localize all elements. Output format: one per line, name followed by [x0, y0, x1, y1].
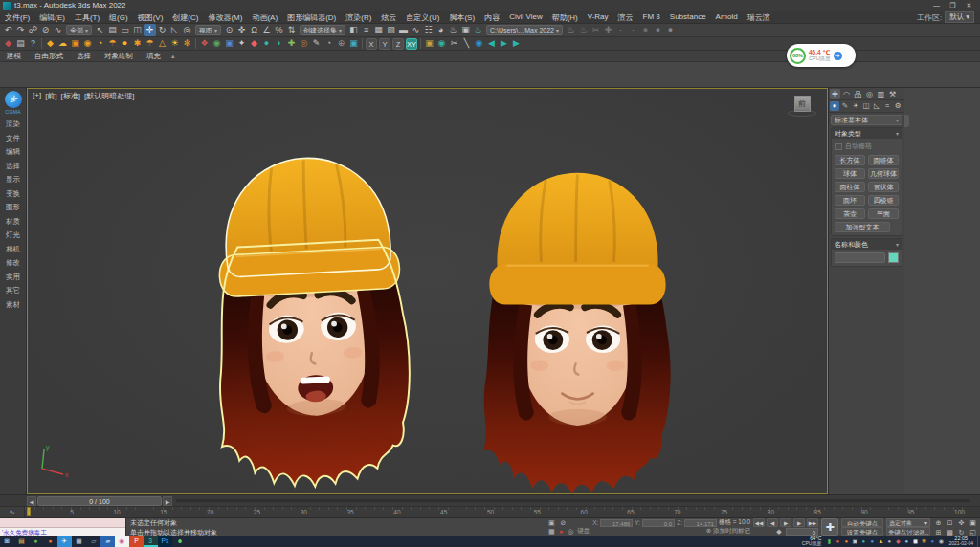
select-object-icon[interactable]: ↖: [94, 24, 106, 36]
primitive-button[interactable]: 管状体: [868, 182, 899, 192]
ribbon-toggle-icon[interactable]: ▬: [397, 24, 410, 36]
dock-item[interactable]: 实用: [6, 271, 20, 285]
primitive-button[interactable]: 四棱锥: [868, 195, 899, 206]
menu-item[interactable]: 修改器(M): [203, 12, 247, 23]
dock-item[interactable]: 材质: [6, 215, 20, 230]
layer-manager-icon[interactable]: ▦: [372, 24, 385, 36]
character-head-right[interactable]: [483, 173, 671, 494]
object-type-rollout-header[interactable]: 对象类型▾: [832, 128, 902, 139]
tray-icon-red[interactable]: ●: [834, 536, 841, 547]
schematic-view-icon[interactable]: ☷: [422, 24, 434, 36]
plugin-shield-icon[interactable]: ◆: [44, 37, 56, 50]
taskbar-explorer-icon[interactable]: ▤: [14, 536, 29, 547]
menu-item[interactable]: 创建(C): [167, 12, 203, 23]
tray-icon-battery[interactable]: ▮: [825, 536, 833, 547]
z-coordinate-field[interactable]: 14.171: [684, 519, 717, 527]
minimize-button[interactable]: —: [928, 2, 945, 10]
axis-x-button[interactable]: X: [366, 38, 377, 50]
menu-item[interactable]: Substance: [665, 12, 711, 23]
textplus-button[interactable]: 加强型文本: [835, 222, 890, 232]
taskbar-3dsmax-icon[interactable]: 3: [144, 536, 158, 547]
set-keys-button[interactable]: ✚: [821, 518, 838, 536]
menu-item[interactable]: 炫云: [376, 12, 401, 23]
listener-output-row[interactable]: '永久免费病毒工: [0, 528, 125, 536]
plugin-teal-dot-icon[interactable]: ◉: [435, 37, 448, 50]
plugin-teal-half-icon[interactable]: ◗: [273, 37, 285, 50]
dock-item[interactable]: 显示: [6, 173, 20, 187]
plugin-sun-icon[interactable]: ☀: [168, 37, 181, 50]
angle-snap-icon[interactable]: ∠: [260, 24, 273, 36]
zoom-icon[interactable]: ⊕: [933, 518, 944, 527]
menu-item[interactable]: 工具(T): [70, 12, 104, 23]
set-key-button[interactable]: 设置关键点: [841, 527, 883, 536]
shapes-sub[interactable]: ✎: [840, 101, 850, 111]
tray-icon-monitor[interactable]: ▣: [851, 536, 858, 547]
menu-item[interactable]: 编辑(E): [34, 12, 70, 23]
reference-coordinate-dropdown[interactable]: 视图▾: [195, 25, 221, 35]
dock-item[interactable]: 图形: [6, 201, 20, 215]
plugin-play-arrow-icon[interactable]: ▶: [498, 37, 510, 50]
viewcube-ring[interactable]: [788, 110, 816, 117]
select-move-icon[interactable]: ✛: [144, 24, 156, 36]
ribbon-collapse-icon[interactable]: ▴: [171, 53, 175, 60]
name-color-rollout-header[interactable]: 名称和颜色▾: [832, 239, 902, 250]
primitive-button[interactable]: 几何球体: [868, 168, 899, 179]
rendered-frame-icon[interactable]: ▣: [459, 24, 472, 36]
plugin-cloud-icon[interactable]: ☁: [56, 37, 69, 50]
prev-frame-button[interactable]: ◀: [767, 518, 778, 527]
percent-snap-icon[interactable]: %: [273, 24, 285, 36]
menu-item[interactable]: V-Ray: [583, 12, 613, 23]
primitive-button[interactable]: 圆环: [835, 195, 865, 206]
plugin-chest-icon[interactable]: ▣: [423, 37, 435, 50]
taskbar-powerpoint-icon[interactable]: P: [129, 536, 144, 547]
plugin-target-icon[interactable]: ⊕: [335, 37, 347, 50]
spinner-snap-icon[interactable]: ⇅: [285, 24, 298, 36]
taskbar-telegram-icon[interactable]: ✈: [57, 536, 72, 547]
taskbar-photos-icon[interactable]: ▰: [100, 536, 115, 547]
align-icon[interactable]: ≡: [360, 24, 372, 36]
primitive-button[interactable]: 长方体: [835, 155, 865, 165]
tray-icon-gray[interactable]: ●: [885, 536, 893, 547]
plugin-blue-dot-icon[interactable]: ◉: [473, 37, 485, 50]
add-time-tag-button[interactable]: ⊕ 添加时间标记: [706, 527, 750, 536]
object-name-input[interactable]: [835, 252, 885, 263]
tray-icon-teal[interactable]: ●: [859, 536, 867, 547]
menu-item[interactable]: 脚本(S): [444, 12, 479, 23]
plugin-pie-icon[interactable]: ◔: [323, 37, 335, 50]
viewport-label-menu[interactable]: [前]: [45, 91, 56, 101]
tray-icon-warn[interactable]: ▲: [877, 536, 884, 547]
dock-handle[interactable]: [904, 115, 909, 127]
lights-sub[interactable]: ☀: [851, 101, 860, 111]
play-button[interactable]: ▶: [780, 518, 791, 527]
x-coordinate-field[interactable]: 17.486: [600, 519, 633, 527]
bind-to-spacewarp-icon[interactable]: ∿: [52, 24, 64, 36]
plugin-tri-icon[interactable]: △: [156, 37, 168, 50]
plugin-drop-icon[interactable]: ◆: [248, 37, 260, 50]
dock-item[interactable]: 灯光: [6, 229, 20, 243]
use-pivot-center-icon[interactable]: ⊙: [223, 24, 235, 36]
viewport-label-menu[interactable]: [默认明暗处理]: [84, 91, 134, 101]
pan-icon[interactable]: ✜: [956, 518, 967, 527]
axis-y-button[interactable]: Y: [379, 38, 390, 50]
cameras-sub[interactable]: ◫: [861, 101, 871, 111]
plugin-clip-icon[interactable]: ◔: [94, 37, 106, 50]
object-color-swatch[interactable]: [888, 252, 899, 263]
sphere-gray-1[interactable]: ●: [639, 24, 652, 36]
render-setup-icon[interactable]: ♨: [447, 24, 459, 36]
auto-key-button[interactable]: 自动关键点: [841, 518, 883, 527]
next-frame-button[interactable]: ▶: [793, 518, 805, 527]
key-filters-button[interactable]: 关键点过滤器..: [886, 527, 930, 536]
keyboard-override-icon[interactable]: ▦: [546, 527, 556, 536]
plugin-plus-icon[interactable]: ✚: [285, 37, 298, 50]
tray-icon-skype[interactable]: ●: [902, 536, 910, 547]
utilities-tab[interactable]: ⚒: [887, 89, 898, 99]
menu-item[interactable]: Civil View: [504, 12, 547, 23]
dock-item[interactable]: 变换: [6, 187, 20, 202]
selection-filter-dropdown[interactable]: 全部▾: [66, 25, 92, 35]
dock-item[interactable]: 渲染: [6, 118, 20, 132]
tray-icon-sun[interactable]: ❋: [920, 536, 927, 547]
dot-icon-2[interactable]: ·: [627, 24, 639, 36]
taskbar-wechat-icon[interactable]: ☻: [172, 536, 187, 547]
material-editor-icon[interactable]: ◕: [434, 24, 447, 36]
rotate-icon[interactable]: ↻: [156, 24, 168, 36]
